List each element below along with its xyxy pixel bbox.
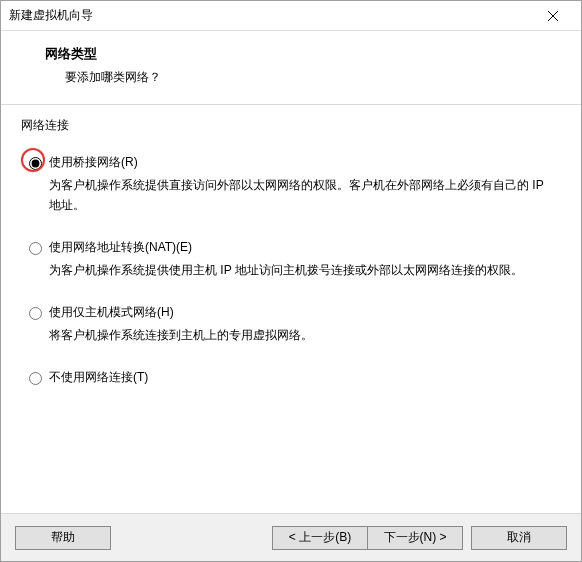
option-desc: 为客户机操作系统提供使用主机 IP 地址访问主机拨号连接或外部以太网网络连接的权… bbox=[49, 260, 563, 280]
close-icon bbox=[548, 11, 558, 21]
group-label: 网络连接 bbox=[19, 117, 563, 134]
cancel-button[interactable]: 取消 bbox=[471, 526, 567, 550]
close-button[interactable] bbox=[533, 2, 573, 30]
option-label[interactable]: 使用仅主机模式网络(H) bbox=[49, 302, 563, 321]
radio-wrap bbox=[25, 367, 45, 387]
option-nat: 使用网络地址转换(NAT)(E) 为客户机操作系统提供使用主机 IP 地址访问主… bbox=[19, 237, 563, 280]
page-subtitle: 要添加哪类网络？ bbox=[27, 69, 555, 86]
radio-none[interactable] bbox=[29, 372, 42, 385]
option-text: 使用网络地址转换(NAT)(E) 为客户机操作系统提供使用主机 IP 地址访问主… bbox=[49, 237, 563, 280]
page-title: 网络类型 bbox=[27, 45, 555, 63]
help-button[interactable]: 帮助 bbox=[15, 526, 111, 550]
titlebar: 新建虚拟机向导 bbox=[1, 1, 581, 31]
option-desc: 为客户机操作系统提供直接访问外部以太网网络的权限。客户机在外部网络上必须有自己的… bbox=[49, 175, 563, 215]
option-desc: 将客户机操作系统连接到主机上的专用虚拟网络。 bbox=[49, 325, 563, 345]
radio-hostonly[interactable] bbox=[29, 307, 42, 320]
content-area: 网络连接 使用桥接网络(R) 为客户机操作系统提供直接访问外部以太网网络的权限。… bbox=[1, 105, 581, 513]
option-label[interactable]: 使用网络地址转换(NAT)(E) bbox=[49, 237, 563, 256]
wizard-dialog: 新建虚拟机向导 网络类型 要添加哪类网络？ 网络连接 使用桥接网络(R) 为客户… bbox=[0, 0, 582, 562]
radio-wrap bbox=[25, 152, 45, 172]
option-text: 使用仅主机模式网络(H) 将客户机操作系统连接到主机上的专用虚拟网络。 bbox=[49, 302, 563, 345]
option-label[interactable]: 使用桥接网络(R) bbox=[49, 152, 563, 171]
option-bridged: 使用桥接网络(R) 为客户机操作系统提供直接访问外部以太网网络的权限。客户机在外… bbox=[19, 152, 563, 215]
radio-wrap bbox=[25, 237, 45, 257]
option-hostonly: 使用仅主机模式网络(H) 将客户机操作系统连接到主机上的专用虚拟网络。 bbox=[19, 302, 563, 345]
window-title: 新建虚拟机向导 bbox=[9, 7, 533, 24]
option-none: 不使用网络连接(T) bbox=[19, 367, 563, 387]
nav-button-group: < 上一步(B) 下一步(N) > bbox=[272, 526, 463, 550]
footer: 帮助 < 上一步(B) 下一步(N) > 取消 bbox=[1, 513, 581, 561]
radio-nat[interactable] bbox=[29, 242, 42, 255]
next-button[interactable]: 下一步(N) > bbox=[367, 526, 463, 550]
wizard-header: 网络类型 要添加哪类网络？ bbox=[1, 31, 581, 105]
radio-wrap bbox=[25, 302, 45, 322]
highlight-ring-icon bbox=[21, 148, 45, 172]
option-label[interactable]: 不使用网络连接(T) bbox=[49, 367, 563, 386]
option-text: 使用桥接网络(R) 为客户机操作系统提供直接访问外部以太网网络的权限。客户机在外… bbox=[49, 152, 563, 215]
back-button[interactable]: < 上一步(B) bbox=[272, 526, 368, 550]
option-text: 不使用网络连接(T) bbox=[49, 367, 563, 386]
